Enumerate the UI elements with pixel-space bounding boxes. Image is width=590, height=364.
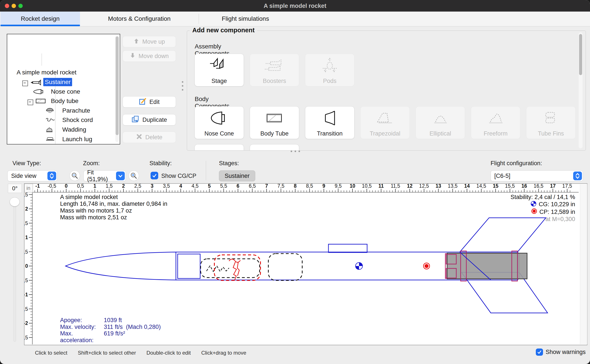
show-warnings-label: Show warnings	[546, 349, 586, 356]
fin-top-outline[interactable]	[460, 218, 546, 252]
pods-icon	[319, 57, 340, 75]
svg-text:9,5: 9,5	[335, 184, 342, 189]
stage-toggle-sustainer[interactable]: Sustainer	[219, 170, 255, 181]
wadding-outline[interactable]	[268, 254, 302, 280]
svg-text:-2: -2	[25, 320, 28, 326]
shock-cord-squiggle[interactable]	[207, 266, 229, 272]
parachute-icon	[46, 108, 54, 114]
zoom-select[interactable]: Fit (51,9%)	[83, 170, 126, 181]
window-title: A simple model rocket	[0, 3, 590, 9]
flight-summary: Apogee: 1039 ft Max. velocity: 311 ft/s …	[60, 317, 161, 344]
rotation-slider-thumb[interactable]	[10, 197, 20, 207]
flight-stat-value: 1039 ft	[104, 317, 122, 324]
move-up-button[interactable]: Move up	[123, 36, 176, 47]
show-cgcp-checkbox[interactable]	[151, 172, 158, 179]
svg-text:12: 12	[407, 184, 413, 189]
add-component-button-clipped[interactable]	[194, 144, 244, 150]
rocket-name: A simple model rocket	[60, 194, 168, 201]
tree-scrollbar[interactable]	[115, 36, 119, 142]
add-freeform-button[interactable]: Freeform	[471, 106, 520, 139]
svg-text:2,5: 2,5	[25, 192, 28, 197]
active-tab-underline	[0, 25, 80, 26]
cg-marker	[355, 262, 362, 269]
nose-cone-shoulder[interactable]	[178, 254, 200, 279]
flight-stat-row: Max. acceleration: 619 ft/s²	[60, 330, 161, 344]
elliptical-icon	[429, 109, 451, 128]
vertical-splitter-handle[interactable]	[182, 81, 184, 93]
svg-text:2: 2	[122, 184, 125, 189]
tab-flight-simulations[interactable]: Flight simulations	[199, 12, 292, 26]
shock-cord-outline[interactable]	[201, 259, 260, 278]
canvas-scrollbar[interactable]	[580, 184, 587, 344]
component-button-label: Body Tube	[250, 130, 299, 137]
add-tube-fins-button[interactable]: Tube Fins	[526, 106, 576, 139]
svg-text:2: 2	[25, 206, 28, 212]
svg-text:11,5: 11,5	[391, 184, 400, 189]
duplicate-button[interactable]: Duplicate	[123, 114, 176, 125]
launch-lug-outline[interactable]	[329, 244, 367, 253]
add-trapezoidal-button[interactable]: Trapezoidal	[360, 106, 410, 139]
stability-value: Stability: 2,4 cal / 14,1 %	[459, 194, 575, 201]
tab-rocket-design[interactable]: Rocket design	[0, 12, 80, 26]
svg-text:14: 14	[464, 184, 470, 189]
edit-icon	[139, 98, 146, 106]
horizontal-splitter-handle[interactable]	[291, 150, 303, 152]
svg-text:-0,5: -0,5	[48, 184, 56, 189]
show-warnings-checkbox[interactable]	[536, 349, 543, 356]
rocket-mass-empty: Mass with no motors 1,7 oz	[60, 207, 168, 214]
svg-text:12,5: 12,5	[419, 184, 429, 189]
svg-text:14,5: 14,5	[476, 184, 486, 189]
tab-motors-configuration[interactable]: Motors & Configuration	[80, 12, 199, 26]
add-stage-button[interactable]: Stage	[194, 54, 244, 86]
tab-flight-simulations-label: Flight simulations	[222, 15, 269, 22]
view-type-value: Side view	[8, 173, 47, 179]
tree-item-label: Body tube	[49, 97, 80, 105]
cg-icon	[530, 201, 536, 208]
duplicate-icon	[132, 116, 139, 124]
add-transition-button[interactable]: Transition	[305, 106, 355, 139]
add-panel-scrollbar[interactable]	[579, 32, 583, 148]
flight-stat-value: 619 ft/s²	[104, 330, 125, 344]
add-elliptical-button[interactable]: Elliptical	[416, 106, 465, 139]
flight-configuration-label: Flight configuration:	[490, 160, 542, 167]
add-component-panel: Assembly Components Stage Boosters PodsB…	[187, 31, 586, 150]
motor[interactable]	[447, 253, 527, 279]
svg-text:7: 7	[265, 184, 268, 189]
svg-text:0,5: 0,5	[77, 184, 84, 189]
svg-text:-1: -1	[25, 292, 28, 298]
svg-text:10,5: 10,5	[362, 184, 372, 189]
cp-marker	[423, 263, 430, 269]
rotation-slider-track[interactable]	[13, 200, 16, 342]
boosters-icon	[264, 57, 285, 75]
add-body-tube-button[interactable]: Body Tube	[250, 106, 299, 139]
ruler-unit-label: in	[27, 185, 30, 191]
svg-text:15,5: 15,5	[505, 184, 515, 189]
add-nose-cone-button[interactable]: Nose Cone	[194, 106, 244, 139]
add-boosters-button[interactable]: Boosters	[250, 54, 299, 86]
stages-label: Stages:	[219, 160, 239, 167]
svg-text:4: 4	[179, 184, 182, 189]
rotation-angle-value: 0°	[8, 184, 22, 193]
flight-configuration-select[interactable]: [C6-5]	[490, 170, 583, 181]
shockcord-icon	[46, 117, 55, 123]
tree-expander-icon[interactable]	[27, 99, 33, 105]
delete-button[interactable]: Delete	[123, 132, 176, 143]
view-type-select[interactable]: Side view	[7, 170, 57, 181]
add-component-button-clipped[interactable]	[250, 144, 299, 150]
tree-scrollbar-thumb[interactable]	[116, 36, 119, 135]
edit-button[interactable]: Edit	[123, 96, 176, 108]
tree-expander-icon[interactable]	[22, 80, 28, 86]
rocket-info: A simple model rocket Length 16,748 in, …	[60, 194, 168, 221]
component-button-label: Stage	[195, 78, 244, 84]
stability-mach: at M=0,300	[459, 216, 575, 223]
hint-text: Double-click to edit	[146, 350, 191, 356]
svg-text:6: 6	[237, 184, 240, 189]
zoom-in-button[interactable]	[128, 170, 139, 181]
zoom-out-button[interactable]	[69, 170, 80, 181]
add-component-title: Add new component	[190, 27, 257, 34]
component-button-label: Boosters	[250, 78, 299, 84]
add-panel-scrollbar-thumb[interactable]	[579, 34, 582, 75]
add-pods-button[interactable]: Pods	[305, 54, 355, 86]
nose-cone-outline[interactable]	[66, 252, 176, 280]
move-down-button[interactable]: Move down	[123, 50, 176, 62]
